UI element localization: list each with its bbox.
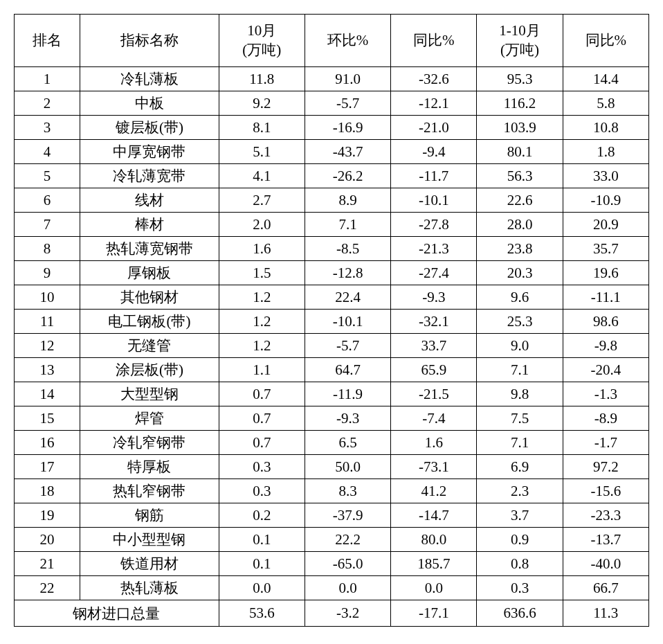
cell-jan_oct: 25.3 [477,310,563,334]
cell-mom: -5.7 [305,334,390,358]
cell-rank: 13 [15,358,80,382]
cell-yoy: -10.1 [391,188,477,213]
cell-yoy: -9.3 [391,285,477,310]
cell-oct: 2.7 [219,188,305,213]
cell-yoy_cum: -8.9 [563,406,648,431]
cell-jan_oct: 9.8 [477,382,563,406]
table-row: 22热轧薄板0.00.00.00.366.7 [15,576,649,600]
cell-name: 镀层板(带) [80,116,219,140]
cell-yoy_cum: 33.0 [563,164,648,188]
total-yoy_cum: 11.3 [563,600,648,627]
table-header: 排名 指标名称 10月(万吨) 环比% 同比% 1-10月(万吨) 同比% [15,15,649,67]
cell-jan_oct: 0.9 [477,528,563,552]
table-row: 9厚钢板1.5-12.8-27.420.319.6 [15,261,649,285]
cell-rank: 15 [15,406,80,431]
cell-rank: 1 [15,67,80,91]
cell-oct: 4.1 [219,164,305,188]
cell-rank: 7 [15,213,80,237]
cell-yoy: 0.0 [391,576,477,600]
cell-name: 冷轧薄板 [80,67,219,91]
cell-oct: 1.2 [219,285,305,310]
header-rank: 排名 [15,15,80,67]
table-total-row: 钢材进口总量53.6-3.2-17.1636.611.3 [15,600,649,627]
cell-rank: 3 [15,116,80,140]
cell-name: 热轧薄板 [80,576,219,600]
cell-mom: 50.0 [305,455,390,479]
cell-name: 冷轧薄宽带 [80,164,219,188]
cell-jan_oct: 23.8 [477,237,563,261]
cell-oct: 1.5 [219,261,305,285]
cell-mom: 91.0 [305,67,390,91]
cell-yoy: -12.1 [391,91,477,116]
cell-rank: 22 [15,576,80,600]
cell-rank: 21 [15,552,80,576]
cell-oct: 1.2 [219,310,305,334]
cell-oct: 2.0 [219,213,305,237]
cell-yoy: 80.0 [391,528,477,552]
cell-oct: 5.1 [219,140,305,164]
cell-yoy: 65.9 [391,358,477,382]
cell-yoy: -21.0 [391,116,477,140]
header-yoy-cum: 同比% [563,15,648,67]
cell-name: 热轧窄钢带 [80,479,219,503]
table-row: 3镀层板(带)8.1-16.9-21.0103.910.8 [15,116,649,140]
cell-name: 大型型钢 [80,382,219,406]
cell-rank: 16 [15,431,80,455]
cell-yoy_cum: -10.9 [563,188,648,213]
table-row: 2中板9.2-5.7-12.1116.25.8 [15,91,649,116]
cell-mom: 22.4 [305,285,390,310]
cell-name: 钢筋 [80,503,219,528]
cell-mom: 0.0 [305,576,390,600]
cell-yoy_cum: 20.9 [563,213,648,237]
cell-oct: 8.1 [219,116,305,140]
cell-jan_oct: 6.9 [477,455,563,479]
cell-yoy: -11.7 [391,164,477,188]
total-yoy: -17.1 [391,600,477,627]
table-row: 8热轧薄宽钢带1.6-8.5-21.323.835.7 [15,237,649,261]
cell-name: 电工钢板(带) [80,310,219,334]
cell-rank: 20 [15,528,80,552]
cell-yoy: -27.8 [391,213,477,237]
cell-yoy_cum: -40.0 [563,552,648,576]
cell-mom: 6.5 [305,431,390,455]
table-row: 14大型型钢0.7-11.9-21.59.8-1.3 [15,382,649,406]
cell-mom: -26.2 [305,164,390,188]
cell-jan_oct: 0.8 [477,552,563,576]
cell-jan_oct: 20.3 [477,261,563,285]
table-row: 19钢筋0.2-37.9-14.73.7-23.3 [15,503,649,528]
cell-jan_oct: 80.1 [477,140,563,164]
cell-yoy_cum: 19.6 [563,261,648,285]
header-mom: 环比% [305,15,390,67]
cell-jan_oct: 22.6 [477,188,563,213]
cell-jan_oct: 7.5 [477,406,563,431]
cell-mom: -16.9 [305,116,390,140]
steel-import-table: 排名 指标名称 10月(万吨) 环比% 同比% 1-10月(万吨) 同比% 1冷… [14,14,649,627]
cell-yoy_cum: 1.8 [563,140,648,164]
cell-jan_oct: 0.3 [477,576,563,600]
cell-name: 涂层板(带) [80,358,219,382]
cell-yoy: 41.2 [391,479,477,503]
table-body: 1冷轧薄板11.891.0-32.695.314.42中板9.2-5.7-12.… [15,67,649,627]
cell-mom: -37.9 [305,503,390,528]
cell-yoy_cum: 5.8 [563,91,648,116]
cell-oct: 1.2 [219,334,305,358]
cell-yoy_cum: -23.3 [563,503,648,528]
cell-yoy_cum: 35.7 [563,237,648,261]
cell-jan_oct: 103.9 [477,116,563,140]
table-row: 7棒材2.07.1-27.828.020.9 [15,213,649,237]
cell-name: 中板 [80,91,219,116]
cell-oct: 0.7 [219,406,305,431]
cell-name: 厚钢板 [80,261,219,285]
cell-rank: 17 [15,455,80,479]
cell-mom: 8.9 [305,188,390,213]
total-label: 钢材进口总量 [15,600,219,627]
cell-rank: 11 [15,310,80,334]
cell-name: 中小型型钢 [80,528,219,552]
cell-oct: 0.3 [219,455,305,479]
cell-rank: 5 [15,164,80,188]
cell-name: 无缝管 [80,334,219,358]
cell-rank: 19 [15,503,80,528]
cell-rank: 14 [15,382,80,406]
header-oct: 10月(万吨) [219,15,305,67]
cell-yoy: -32.6 [391,67,477,91]
